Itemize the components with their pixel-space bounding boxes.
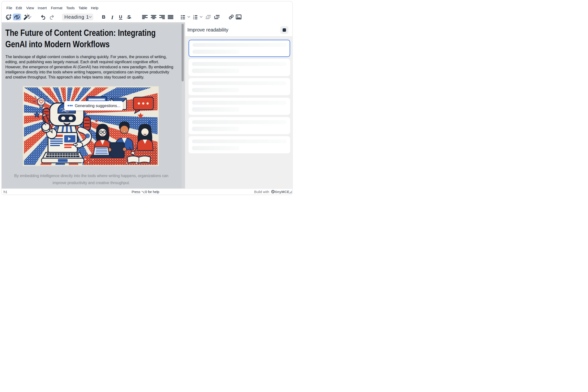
- svg-text:3: 3: [193, 18, 194, 20]
